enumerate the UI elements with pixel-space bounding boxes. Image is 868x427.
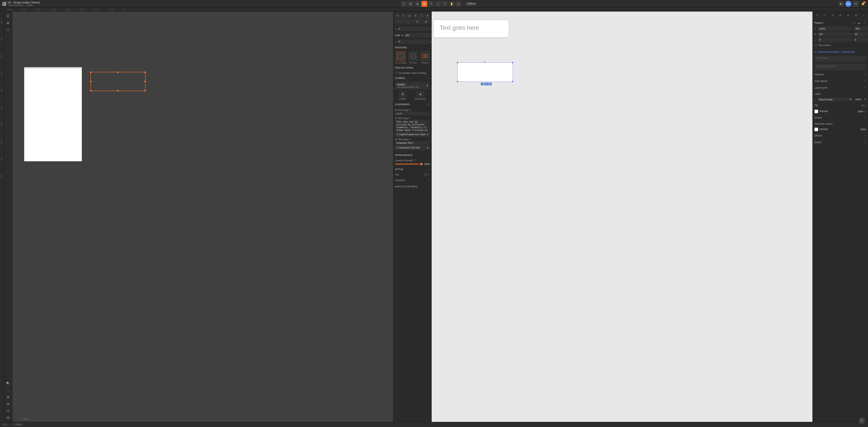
align-left-icon[interactable]: ⫷ [395, 13, 400, 19]
stroke-add-icon[interactable] [864, 116, 866, 120]
fix-scroll-checkbox[interactable] [395, 72, 398, 74]
blend-mode-selector[interactable]: Pass through [817, 97, 852, 101]
x-input[interactable] [398, 27, 429, 31]
pin-to-edge-option[interactable]: Pin to Edge [395, 51, 406, 64]
resizing-header[interactable]: RESIZING [394, 45, 431, 50]
align-center-top-icon[interactable]: ⊔ [822, 13, 827, 18]
align-center-v-icon[interactable]: ⊕ [846, 13, 850, 18]
align-left-v-icon[interactable]: ⊕ [838, 13, 843, 18]
zoom-display[interactable]: 178% [465, 2, 477, 6]
components-icon[interactable]: ◈ [5, 20, 11, 26]
align-center-h-icon[interactable]: ⫸ [401, 13, 406, 19]
export-add-icon[interactable] [428, 185, 430, 188]
tint-swatch[interactable] [424, 173, 427, 176]
clip-checkbox[interactable] [814, 44, 817, 47]
canvas-area[interactable]: Cut 1 [12, 11, 393, 422]
pen-tool-icon[interactable]: ✎ [428, 1, 434, 7]
align-bottom-icon[interactable]: ⬇ [425, 13, 430, 19]
play-button[interactable]: ▶ [838, 1, 844, 7]
avatar[interactable]: GA [845, 1, 851, 7]
frame-portrait-icon[interactable]: ▭ [852, 21, 856, 25]
prototyping-add-icon[interactable] [429, 67, 430, 69]
rotation-coord-input[interactable] [818, 37, 849, 42]
override-style-select-3[interactable]: 2. Headers/H1 Title Style [395, 145, 430, 150]
preview-canvas[interactable]: Text goes here 192 × 53 ▼ [432, 11, 812, 422]
measure-icon[interactable]: ⊗ [5, 415, 11, 421]
radius-coord-input[interactable] [854, 37, 868, 42]
h-coord-input[interactable] [854, 32, 868, 36]
w-input[interactable] [404, 33, 431, 38]
flip-h-icon[interactable]: ↔ [395, 19, 403, 24]
overrides-header[interactable]: Overrides ↺ [394, 102, 431, 107]
align-right-icon[interactable]: ⫹ [407, 13, 412, 19]
zoom-in-icon[interactable]: 🔍 [5, 380, 11, 386]
override-style-select-2[interactable]: 4. Caption/Caption text 2 Style [395, 132, 430, 137]
fill-menu-icon[interactable] [865, 110, 866, 113]
shrink-icon[interactable]: « [862, 13, 866, 18]
bottom-action-btn[interactable]: ✓ Cut 1 [12, 423, 23, 426]
text-tool-icon[interactable]: T [442, 1, 448, 7]
align-top-icon[interactable]: ⬆ [413, 13, 418, 19]
arrow-icon[interactable]: ↕ [5, 387, 11, 393]
layers-icon[interactable]: ☰ [5, 13, 11, 19]
frame-landscape-icon[interactable]: ▬ [857, 21, 861, 25]
override-input-3[interactable] [395, 141, 430, 145]
export-icon[interactable]: ⊙ [5, 408, 11, 414]
override-textarea-2[interactable]: This box can be actived by different ele… [395, 120, 430, 132]
tint-add-icon[interactable] [428, 173, 430, 176]
frame-chevron-icon[interactable] [823, 21, 824, 24]
detach-action[interactable]: ⊕ Detach [399, 91, 407, 100]
variants-add-icon[interactable] [864, 73, 866, 76]
preview-option[interactable]: Preview [420, 51, 430, 64]
component-tool-icon[interactable]: ◈ [414, 1, 421, 7]
layout-grid-add-icon[interactable] [864, 86, 866, 90]
notification-button[interactable]: 🔔 8 [860, 1, 866, 7]
dist-v-icon[interactable]: ⊠ [422, 19, 430, 24]
effects-add-icon[interactable] [864, 134, 866, 138]
align-left-top-icon[interactable]: ⊓ [814, 13, 819, 18]
mask-icon[interactable]: ⊕ [5, 401, 11, 407]
auto-layout-add-icon[interactable] [864, 79, 866, 83]
hand-tool-icon[interactable]: ✋ [449, 1, 455, 7]
shape-tool-icon[interactable]: □ [435, 1, 441, 7]
align-middle-icon[interactable]: ⬡ [418, 13, 424, 19]
y-coord-input[interactable] [854, 26, 868, 31]
canvas-frame-selected[interactable] [90, 72, 146, 91]
fix-size-option[interactable]: Fix Size [409, 51, 418, 64]
fill-add-icon[interactable] [864, 104, 866, 107]
w-coord-input[interactable] [818, 32, 849, 36]
align-right-v-icon[interactable]: ⊕ [854, 13, 858, 18]
more-tools-icon[interactable]: ▸ [456, 1, 462, 7]
prototyping-header[interactable]: PROTOTYPING [394, 65, 431, 70]
select-tool-icon[interactable]: ⊕ [422, 1, 427, 7]
edit-source-action[interactable]: ◈ Edit Source [415, 91, 426, 100]
style-header[interactable]: STYLE [394, 167, 431, 172]
grid-icon[interactable]: ⊞ [5, 394, 11, 400]
opacity-slider[interactable] [395, 164, 423, 165]
x-coord-input[interactable] [818, 26, 849, 31]
assets-icon[interactable]: ◻ [5, 27, 11, 32]
fill-color-swatch[interactable] [814, 110, 818, 113]
align-right-top-icon[interactable]: ⊒ [830, 13, 835, 18]
overrides-refresh-icon[interactable]: ↺ [427, 103, 430, 106]
frame-tool-icon[interactable]: ⊞ [408, 1, 414, 7]
share-icon[interactable]: ••• [852, 1, 859, 7]
dist-h-icon[interactable]: ⊟ [413, 19, 421, 24]
export-section-add-icon[interactable] [864, 140, 866, 144]
rotation-input[interactable] [397, 39, 429, 44]
help-button[interactable]: ? [859, 418, 865, 424]
selected-component[interactable] [457, 62, 513, 82]
doc-link-field[interactable]: Documentation link [814, 64, 866, 70]
frame-resize-icon[interactable]: ⤡ [862, 21, 866, 25]
symbol-selector[interactable]: Header This Document/99. DS/ [395, 82, 430, 89]
override-input-1[interactable] [395, 112, 430, 116]
sel-color-swatch[interactable] [814, 127, 818, 131]
symbol-header[interactable]: SYMBOL [394, 76, 431, 81]
description-field[interactable]: Description [814, 56, 866, 62]
flip-v-icon[interactable]: ↕ [404, 19, 412, 24]
cursor-tool-icon[interactable]: ↖ [401, 1, 407, 7]
appearance-header[interactable]: APPEARANCE [394, 152, 431, 158]
app-logo-icon[interactable] [2, 2, 6, 6]
shadows-add-icon[interactable] [428, 178, 430, 182]
layer-visibility-icon[interactable]: 👁 [864, 98, 866, 101]
